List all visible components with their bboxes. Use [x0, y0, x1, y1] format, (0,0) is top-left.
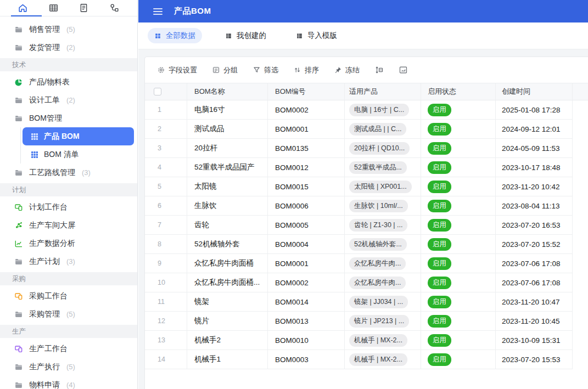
filler-cell — [573, 254, 588, 273]
status-cell: 启用 — [421, 216, 496, 235]
sidebar-item-BOM管理[interactable]: BOM管理 — [0, 109, 137, 127]
sidebar-item-产品/物料表[interactable]: 产品/物料表 — [0, 73, 137, 91]
product-cell: 镜架 | JJ034 | ... — [345, 292, 421, 312]
table-row[interactable]: 11镜架BOM0014镜架 | JJ034 | ...启用2023-11-20 … — [145, 292, 588, 312]
filler-cell — [573, 100, 588, 120]
table-row[interactable]: 852机械轴外套BOM000452机械轴外套...启用2023-07-20 15… — [145, 235, 588, 254]
sidebar-item-生产计划[interactable]: 生产计划(3) — [0, 252, 137, 270]
table-row[interactable]: 452重载半成品国产BOM001252重载半成品...启用2023-10-17 … — [145, 158, 588, 177]
sidebar-item-产品 BOM[interactable]: 产品 BOM — [23, 127, 134, 145]
row-height-icon — [374, 65, 384, 75]
toolbar-button-字段设置[interactable]: 字段设置 — [157, 65, 197, 75]
product-tag: 测试成品 | | C... — [349, 123, 406, 136]
document-icon[interactable] — [77, 2, 91, 15]
bom-code-cell: BOM0006 — [268, 196, 345, 216]
table-row[interactable]: 7齿轮BOM0005齿轮 | Z1-30 | ...启用2023-07-20 1… — [145, 216, 588, 235]
filler-cell — [573, 120, 588, 139]
filler-cell — [573, 350, 588, 369]
bom-code-cell: BOM0004 — [268, 235, 345, 254]
status-cell: 启用 — [421, 158, 496, 177]
sidebar-item-生产数据分析[interactable]: 生产数据分析 — [0, 234, 137, 252]
table-row[interactable]: 12镜片BOM0013镜片 | JP213 | ...启用2023-11-20 … — [145, 312, 588, 331]
header-cell-BOM名称: BOM名称 — [187, 83, 268, 100]
product-cell: 测试成品 | | C... — [345, 120, 421, 139]
table-row[interactable]: 6生脉饮BOM0006生脉饮 | 10ml/...启用2023-08-04 11… — [145, 196, 588, 216]
table-row[interactable]: 9众忆私房牛肉面桶BOM0001众忆私房牛肉...启用2023-07-06 17… — [145, 254, 588, 273]
filler-cell — [573, 158, 588, 177]
table-row[interactable]: 14机械手1BOM0003机械手 | MX-2...启用2023-07-20 1… — [145, 350, 588, 369]
table-icon[interactable] — [47, 2, 60, 15]
sidebar-item-BOM 清单[interactable]: BOM 清单 — [23, 145, 134, 164]
row-number-cell: 2 — [145, 120, 187, 139]
sidebar-item-生产工作台[interactable]: 生产工作台 — [0, 340, 137, 358]
bom-code-cell: BOM0014 — [268, 292, 345, 312]
sidebar-item-设计工单[interactable]: 设计工单(2) — [0, 91, 137, 109]
created-time-cell: 2023-07-20 15:53 — [496, 350, 573, 369]
column-label: 创建时间 — [502, 87, 530, 97]
tab-导入模版[interactable]: 导入模版 — [289, 28, 344, 43]
tab-全部数据[interactable]: 全部数据 — [148, 28, 202, 43]
toolbar-button-筛选[interactable]: 筛选 — [253, 65, 278, 75]
table-row[interactable]: 1电脑16寸BOM0002电脑 | 16寸 | C...启用2025-01-08… — [145, 100, 588, 120]
sidebar-item-计划工作台[interactable]: 计划工作台 — [0, 198, 137, 216]
workflow-icon[interactable] — [108, 2, 121, 15]
table-row[interactable]: 13机械手2BOM0010机械手 | MX-2...启用2023-10-09 1… — [145, 331, 588, 350]
tab-我创建的[interactable]: 我创建的 — [219, 28, 273, 43]
row-number-cell: 4 — [145, 158, 187, 177]
sidebar-item-工艺路线管理[interactable]: 工艺路线管理(3) — [0, 164, 137, 182]
header-cell-filler — [573, 83, 588, 100]
group-icon — [212, 66, 220, 74]
sidebar-item-生产执行[interactable]: 生产执行(5) — [0, 358, 137, 376]
sidebar-section-label: 采购 — [12, 274, 26, 284]
product-cell: 20拉杆 | QD10... — [345, 139, 421, 158]
created-time-cell: 2023-07-20 16:53 — [496, 216, 573, 235]
sidebar-item-发货管理[interactable]: 发货管理(2) — [0, 38, 137, 57]
bom-name-cell: 电脑16寸 — [187, 100, 268, 120]
status-cell: 启用 — [421, 292, 496, 312]
toolbar-button-row-height-icon[interactable] — [374, 65, 384, 75]
sidebar-item-销售管理[interactable]: 销售管理(5) — [0, 20, 137, 38]
row-number-cell: 13 — [145, 331, 187, 350]
sidebar-item-生产车间大屏[interactable]: 生产车间大屏 — [0, 216, 137, 234]
sidebar-section-label: 生产 — [12, 327, 26, 336]
data-card: 字段设置分组筛选排序冻结 BOM名称BOM编号适用产品启用状态创建时间 1电脑1… — [144, 57, 588, 389]
header-cell-创建时间: 创建时间 — [496, 83, 573, 100]
sidebar-item-count: (5) — [66, 363, 75, 371]
status-badge: 启用 — [428, 296, 451, 308]
tab-label: 导入模版 — [307, 31, 337, 41]
select-all-checkbox[interactable] — [154, 88, 161, 95]
bom-code-cell: BOM0010 — [268, 331, 345, 350]
table-toolbar: 字段设置分组筛选排序冻结 — [145, 57, 588, 83]
bom-code-cell: BOM0003 — [268, 350, 345, 369]
folder-icon — [14, 363, 23, 371]
toolbar-button-冻结[interactable]: 冻结 — [334, 65, 360, 75]
sidebar-item-count: (2) — [66, 43, 75, 52]
product-tag: 镜片 | JP213 | ... — [349, 315, 409, 328]
table-row[interactable]: 2测试成品BOM0001测试成品 | | C...启用2024-09-12 12… — [145, 120, 588, 139]
bom-name-cell: 52重载半成品国产 — [187, 158, 268, 177]
home-icon[interactable] — [16, 2, 30, 15]
folder-icon — [14, 310, 23, 319]
bom-name-cell: 众忆私房牛肉面桶... — [187, 273, 268, 292]
status-badge: 启用 — [428, 104, 451, 116]
row-number-cell: 8 — [145, 235, 187, 254]
sidebar-item-采购工作台[interactable]: 采购工作台 — [0, 287, 137, 305]
sidebar-item-label: 生产车间大屏 — [29, 221, 75, 230]
bom-code-cell: BOM0001 — [268, 254, 345, 273]
table-row[interactable]: 10众忆私房牛肉面桶...BOM0002众忆私房牛肉...启用2023-07-0… — [145, 273, 588, 292]
table-header-row: BOM名称BOM编号适用产品启用状态创建时间 — [145, 83, 588, 100]
toolbar-button-chart-icon[interactable] — [399, 65, 408, 75]
column-label: 启用状态 — [428, 87, 456, 97]
created-time-cell: 2023-11-20 10:42 — [496, 177, 573, 196]
sidebar-item-采购管理[interactable]: 采购管理(5) — [0, 305, 137, 323]
table-row[interactable]: 320拉杆BOM013520拉杆 | QD10...启用2024-05-09 1… — [145, 139, 588, 158]
product-tag: 镜架 | JJ034 | ... — [349, 296, 408, 308]
status-cell: 启用 — [421, 177, 496, 196]
table-row[interactable]: 5太阳镜BOM0015太阳镜 | XP001...启用2023-11-20 10… — [145, 177, 588, 196]
toolbar-button-排序[interactable]: 排序 — [293, 65, 319, 75]
active-tab-underline — [11, 15, 42, 16]
status-cell: 启用 — [421, 254, 496, 273]
hamburger-icon[interactable] — [153, 8, 163, 15]
sidebar-item-物料申请[interactable]: 物料申请(4) — [0, 376, 137, 389]
toolbar-button-分组[interactable]: 分组 — [212, 65, 238, 75]
